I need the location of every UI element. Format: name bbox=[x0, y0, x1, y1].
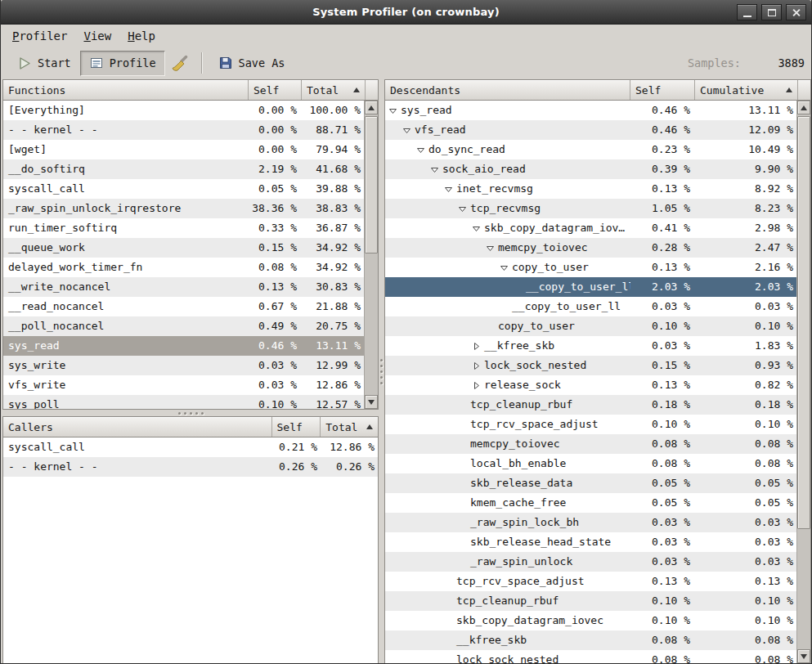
descendant-row[interactable]: sock_aio_read0.39 %9.90 % bbox=[385, 159, 796, 179]
function-row[interactable]: delayed_work_timer_fn0.08 %34.92 % bbox=[3, 258, 364, 277]
scroll-up-button[interactable] bbox=[797, 101, 810, 114]
function-row[interactable]: _raw_spin_unlock_irqrestore38.36 %38.83 … bbox=[3, 199, 364, 218]
descendant-row[interactable]: tcp_cleanup_rbuf0.10 %0.10 % bbox=[385, 591, 796, 611]
save-as-button[interactable]: Save As bbox=[209, 51, 294, 76]
callers-panel: Callers Self Total syscall_call0.21 %12.… bbox=[2, 416, 379, 664]
expander-expanded-icon[interactable] bbox=[458, 204, 470, 213]
horizontal-splitter[interactable] bbox=[2, 410, 379, 416]
function-row[interactable]: syscall_call0.05 %39.88 % bbox=[3, 179, 364, 199]
descendants-tree: sys_read0.46 %13.11 %vfs_read0.46 %12.09… bbox=[385, 101, 796, 663]
descendants-self-column-header[interactable]: Self bbox=[630, 80, 695, 100]
descendant-row[interactable]: local_bh_enable0.08 %0.08 % bbox=[385, 454, 796, 473]
cumulative-value-cell: 0.13 % bbox=[695, 572, 796, 591]
scroll-down-button[interactable] bbox=[797, 649, 810, 663]
descendant-row[interactable]: tcp_recvmsg1.05 %8.23 % bbox=[385, 199, 796, 218]
samples-label: Samples: bbox=[688, 56, 741, 70]
descendant-row[interactable]: __kfree_skb0.03 %1.83 % bbox=[385, 336, 796, 356]
window-controls bbox=[737, 4, 806, 20]
descendants-column-header[interactable]: Descendants bbox=[385, 80, 630, 100]
expander-expanded-icon[interactable] bbox=[430, 165, 442, 174]
function-row[interactable]: sys_write0.03 %12.99 % bbox=[3, 356, 364, 375]
descendant-row[interactable]: sys_read0.46 %13.11 % bbox=[385, 101, 796, 120]
descendant-row[interactable]: skb_copy_datagram_iovec0.10 %0.10 % bbox=[385, 611, 796, 630]
descendant-row[interactable]: tcp_rcv_space_adjust0.10 %0.10 % bbox=[385, 415, 796, 434]
profile-toggle-button[interactable]: Profile bbox=[80, 51, 165, 76]
function-row[interactable]: [wget]0.00 %79.94 % bbox=[3, 140, 364, 159]
expander-expanded-icon[interactable] bbox=[388, 106, 401, 115]
functions-column-header[interactable]: Functions bbox=[3, 80, 249, 100]
self-value-cell: 0.03 % bbox=[630, 336, 695, 356]
function-row[interactable]: run_timer_softirq0.33 %36.87 % bbox=[3, 218, 364, 238]
maximize-button[interactable] bbox=[761, 4, 782, 20]
descendant-row[interactable]: _raw_spin_unlock0.03 %0.03 % bbox=[385, 552, 796, 572]
cumulative-value-cell: 2.03 % bbox=[695, 277, 796, 297]
minimize-button[interactable] bbox=[737, 4, 757, 20]
menu-help[interactable]: Help bbox=[119, 27, 164, 45]
expander-expanded-icon[interactable] bbox=[486, 244, 498, 253]
descendant-row[interactable]: __kfree_skb0.08 %0.08 % bbox=[385, 630, 796, 650]
expander-expanded-icon[interactable] bbox=[402, 126, 415, 135]
expander-collapsed-icon[interactable] bbox=[472, 361, 484, 370]
caller-row[interactable]: syscall_call0.21 %12.86 % bbox=[3, 437, 378, 457]
descendant-row[interactable]: release_sock0.13 %0.82 % bbox=[385, 375, 796, 395]
menu-view[interactable]: View bbox=[75, 27, 119, 45]
descendant-row[interactable]: __copy_to_user_ll0.03 %0.03 % bbox=[385, 297, 796, 316]
descendant-row[interactable]: skb_release_data0.05 %0.05 % bbox=[385, 473, 796, 493]
function-row[interactable]: __write_nocancel0.13 %30.83 % bbox=[3, 277, 364, 297]
functions-total-column-header[interactable]: Total bbox=[302, 80, 366, 100]
descendant-row[interactable]: kmem_cache_free0.05 %0.05 % bbox=[385, 493, 796, 513]
descendants-scrollbar[interactable] bbox=[796, 101, 810, 663]
function-row[interactable]: __poll_nocancel0.49 %20.75 % bbox=[3, 316, 364, 336]
reset-button[interactable] bbox=[165, 51, 195, 76]
descendant-row[interactable]: skb_release_head_state0.03 %0.03 % bbox=[385, 532, 796, 552]
descendant-row[interactable]: _raw_spin_lock_bh0.03 %0.03 % bbox=[385, 513, 796, 532]
descendant-row[interactable]: vfs_read0.46 %12.09 % bbox=[385, 120, 796, 140]
callers-self-column-header[interactable]: Self bbox=[272, 417, 321, 437]
expander-collapsed-icon[interactable] bbox=[472, 342, 484, 351]
function-row[interactable]: [Everything]0.00 %100.00 % bbox=[3, 101, 364, 120]
scroll-down-button[interactable] bbox=[365, 395, 378, 409]
menu-profiler[interactable]: Profiler bbox=[4, 27, 75, 45]
self-value-cell: 0.03 % bbox=[630, 513, 695, 532]
expander-expanded-icon[interactable] bbox=[500, 263, 512, 272]
expander-collapsed-icon[interactable] bbox=[472, 381, 484, 390]
descendant-row[interactable]: do_sync_read0.23 %10.49 % bbox=[385, 140, 796, 159]
titlebar[interactable]: System Profiler (on crownbay) bbox=[1, 0, 811, 25]
expander-expanded-icon[interactable] bbox=[444, 185, 456, 194]
function-row[interactable]: sys_poll0.10 %12.57 % bbox=[3, 395, 364, 409]
function-row[interactable]: sys_read0.46 %13.11 % bbox=[3, 336, 364, 356]
close-button[interactable] bbox=[786, 4, 806, 20]
cumulative-value-cell: 0.10 % bbox=[695, 316, 796, 336]
arrow-up-icon bbox=[368, 105, 375, 110]
descendant-row[interactable]: memcpy_toiovec0.28 %2.47 % bbox=[385, 238, 796, 258]
caller-row[interactable]: - - kernel - -0.26 %0.26 % bbox=[3, 457, 378, 477]
start-button[interactable]: Start bbox=[7, 51, 80, 76]
descendant-row[interactable]: lock_sock_nested0.08 %0.08 % bbox=[385, 650, 796, 663]
self-value-cell: 0.05 % bbox=[249, 179, 302, 199]
function-row[interactable]: vfs_write0.03 %12.86 % bbox=[3, 375, 364, 395]
function-row[interactable]: __queue_work0.15 %34.92 % bbox=[3, 238, 364, 258]
function-row[interactable]: - - kernel - -0.00 %88.71 % bbox=[3, 120, 364, 140]
scroll-up-button[interactable] bbox=[365, 101, 378, 114]
descendant-row[interactable]: tcp_rcv_space_adjust0.13 %0.13 % bbox=[385, 572, 796, 591]
vertical-splitter[interactable] bbox=[379, 79, 384, 664]
expander-expanded-icon[interactable] bbox=[472, 224, 484, 233]
descendant-row[interactable]: skb_copy_datagram_iov…0.41 %2.98 % bbox=[385, 218, 796, 238]
descendant-row[interactable]: lock_sock_nested0.15 %0.93 % bbox=[385, 356, 796, 375]
functions-self-column-header[interactable]: Self bbox=[249, 80, 302, 100]
functions-scrollbar[interactable] bbox=[364, 101, 378, 409]
descendant-row[interactable]: inet_recvmsg0.13 %8.92 % bbox=[385, 179, 796, 199]
expander-expanded-icon[interactable] bbox=[416, 146, 428, 155]
callers-total-column-header[interactable]: Total bbox=[321, 417, 378, 437]
function-row[interactable]: __read_nocancel0.67 %21.88 % bbox=[3, 297, 364, 316]
scrollbar-thumb[interactable] bbox=[797, 116, 810, 529]
descendant-row[interactable]: memcpy_toiovec0.08 %0.08 % bbox=[385, 434, 796, 454]
descendant-row[interactable]: __copy_to_user_ll2.03 %2.03 % bbox=[385, 277, 796, 297]
scrollbar-thumb[interactable] bbox=[365, 116, 378, 253]
descendants-cumulative-column-header[interactable]: Cumulative bbox=[695, 80, 798, 100]
descendant-row[interactable]: tcp_cleanup_rbuf0.18 %0.18 % bbox=[385, 395, 796, 415]
descendant-row[interactable]: copy_to_user0.10 %0.10 % bbox=[385, 316, 796, 336]
callers-column-header[interactable]: Callers bbox=[3, 417, 272, 437]
function-row[interactable]: __do_softirq2.19 %41.68 % bbox=[3, 159, 364, 179]
descendant-row[interactable]: copy_to_user0.13 %2.16 % bbox=[385, 258, 796, 277]
